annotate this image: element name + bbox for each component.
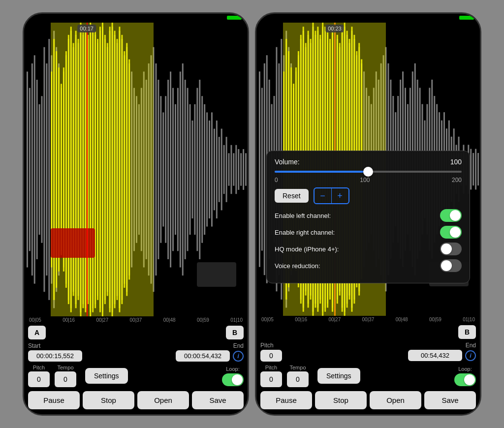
right-b-button[interactable]: B <box>458 325 476 339</box>
popup-hq-mode-toggle[interactable] <box>440 243 462 255</box>
svg-rect-71 <box>199 80 200 259</box>
svg-rect-2 <box>32 63 33 275</box>
right-pause-button[interactable]: Pause <box>260 391 312 409</box>
svg-rect-66 <box>187 88 189 251</box>
left-waveform-area[interactable]: 00:17 <box>24 23 248 316</box>
popup-voice-reduction-toggle[interactable] <box>440 259 462 272</box>
popup-right-channel-row: Enable right channel: <box>275 226 462 239</box>
svg-rect-74 <box>206 112 208 226</box>
svg-rect-80 <box>221 129 222 211</box>
svg-rect-55 <box>160 96 161 243</box>
left-start-time[interactable]: 00:00:15,552 <box>28 350 82 362</box>
left-tempo-label: Tempo <box>57 365 73 370</box>
svg-rect-86 <box>235 145 237 194</box>
svg-rect-65 <box>185 80 186 259</box>
left-end-time[interactable]: 00:00:54,432 <box>176 350 230 362</box>
svg-rect-7 <box>43 47 45 292</box>
left-loop-group: Loop: <box>222 366 244 386</box>
left-save-button[interactable]: Save <box>192 391 244 409</box>
svg-rect-1 <box>29 88 31 251</box>
right-end-time[interactable]: 00:54,432 <box>408 350 462 361</box>
popup-volume-slider-container[interactable] <box>275 171 462 173</box>
right-tempo-value[interactable]: 0 <box>287 371 309 387</box>
left-loop-label: Loop: <box>226 366 240 372</box>
svg-rect-213 <box>475 149 476 190</box>
right-bottom-buttons: Pause Stop Open Save <box>256 389 480 414</box>
popup-reset-button[interactable]: Reset <box>275 189 309 203</box>
svg-rect-63 <box>180 72 181 268</box>
right-pitch-value[interactable]: 0 <box>260 371 282 387</box>
svg-rect-67 <box>189 104 191 235</box>
right-save-button[interactable]: Save <box>424 391 476 409</box>
svg-rect-72 <box>201 96 203 243</box>
svg-rect-214 <box>477 153 479 185</box>
svg-rect-5 <box>39 104 40 235</box>
svg-rect-79 <box>219 137 220 202</box>
left-settings-button[interactable]: Settings <box>85 368 128 384</box>
right-info-button[interactable]: i <box>465 350 476 361</box>
right-start-group: Pitch 0 <box>260 342 282 362</box>
left-status-bar <box>24 14 248 23</box>
popup-volume-value: 100 <box>450 158 462 166</box>
svg-rect-82 <box>226 137 227 202</box>
right-pitch-value-display[interactable]: 0 <box>260 350 282 362</box>
svg-rect-53 <box>155 63 157 275</box>
left-pause-button[interactable]: Pause <box>28 391 80 409</box>
right-loop-toggle[interactable] <box>454 373 476 386</box>
right-settings-popup: Volume: 100 0 100 200 Reset <box>266 151 470 283</box>
left-info-button[interactable]: i <box>233 351 244 362</box>
popup-plusminus-group: − + <box>314 187 349 204</box>
popup-minus-button[interactable]: − <box>315 188 331 203</box>
right-settings-button[interactable]: Settings <box>317 368 360 384</box>
left-phone-screen: 00:17 <box>23 12 249 416</box>
popup-left-channel-toggle[interactable] <box>440 209 462 222</box>
right-stop-button[interactable]: Stop <box>315 391 367 409</box>
popup-hq-mode-knob <box>441 244 452 254</box>
popup-slider-thumb[interactable] <box>363 167 373 177</box>
right-pitch-label: Pitch <box>265 365 277 370</box>
left-pitch-label: Pitch <box>33 365 45 370</box>
left-bottom-buttons: Pause Stop Open Save <box>24 389 248 414</box>
popup-left-channel-knob <box>450 210 461 221</box>
left-dark-region[interactable] <box>197 262 236 287</box>
popup-slider-track[interactable] <box>275 171 462 173</box>
right-start-end-row: Pitch 0 End 00:54,432 i <box>256 341 480 363</box>
left-pitch-value[interactable]: 0 <box>28 371 50 387</box>
svg-rect-212 <box>472 153 474 185</box>
right-time-labels: 00|05 00|16 00|27 00|37 00|48 00|59 01|1… <box>256 316 480 323</box>
left-a-button[interactable]: A <box>28 326 46 339</box>
svg-rect-70 <box>196 88 198 251</box>
left-b-button[interactable]: B <box>226 326 244 339</box>
popup-right-channel-toggle[interactable] <box>440 226 462 239</box>
left-loop-toggle[interactable] <box>222 373 244 386</box>
svg-rect-0 <box>27 72 28 268</box>
svg-rect-69 <box>194 104 195 235</box>
svg-rect-85 <box>233 153 234 185</box>
left-playhead-line <box>87 23 88 316</box>
left-time-labels: 00|05 00|16 00|27 00|37 00|48 00|59 01|1… <box>24 316 248 324</box>
popup-left-channel-label: Enable left channel: <box>275 212 440 219</box>
popup-plus-button[interactable]: + <box>332 188 348 203</box>
svg-rect-68 <box>192 121 193 218</box>
right-open-button[interactable]: Open <box>370 391 421 409</box>
left-open-button[interactable]: Open <box>137 391 189 409</box>
left-start-end-row: Start 00:00:15,552 End 00:00:54,432 i <box>24 341 248 363</box>
svg-rect-87 <box>238 149 239 190</box>
svg-rect-126 <box>264 63 265 275</box>
popup-voice-reduction-label: Voice reduction: <box>275 262 440 270</box>
right-waveform-area[interactable]: 00:23 <box>256 23 480 316</box>
popup-voice-reduction-knob <box>441 260 452 271</box>
left-region-marker[interactable] <box>51 228 95 258</box>
svg-rect-59 <box>170 72 171 268</box>
left-tempo-value[interactable]: 0 <box>55 371 76 387</box>
svg-rect-84 <box>230 145 232 194</box>
popup-slider-fill <box>275 171 368 173</box>
svg-rect-8 <box>46 63 47 275</box>
left-start-label: Start <box>28 342 82 349</box>
left-stop-button[interactable]: Stop <box>83 391 134 409</box>
svg-rect-9 <box>48 39 50 300</box>
popup-slider-min: 0 <box>275 177 278 183</box>
popup-right-channel-label: Enable right channel: <box>275 229 440 236</box>
left-ab-row: A B <box>24 324 248 341</box>
svg-rect-75 <box>209 121 210 218</box>
